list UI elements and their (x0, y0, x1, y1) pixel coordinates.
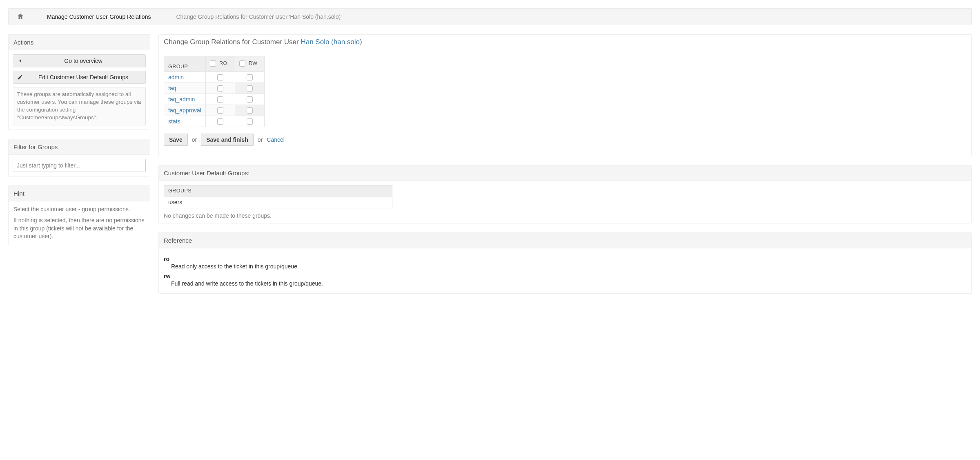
hint-line2: If nothing is selected, then there are n… (13, 217, 145, 241)
rw-checkbox[interactable] (247, 74, 253, 80)
rw-header-label: RW (249, 60, 258, 66)
hint-title: Hint (9, 186, 150, 201)
group-cell: admin (164, 72, 206, 83)
go-to-overview-label: Go to overview (25, 58, 141, 64)
filter-groups-input[interactable] (13, 159, 146, 172)
home-icon (17, 13, 24, 21)
table-row: users (164, 197, 392, 208)
actions-title: Actions (9, 35, 150, 50)
breadcrumb: Manage Customer User-Group Relations Cha… (8, 8, 972, 25)
rw-cell (235, 105, 264, 116)
or-text-1: or (192, 136, 197, 143)
change-relations-heading: Change Group Relations for Customer User… (159, 35, 971, 52)
or-text-2: or (258, 136, 263, 143)
go-to-overview-button[interactable]: Go to overview (13, 54, 146, 67)
table-row: faq_admin (164, 94, 265, 105)
group-cell: faq (164, 83, 206, 94)
actions-widget: Actions Go to overview Edit Customer Use… (8, 34, 150, 130)
filter-title: Filter for Groups (9, 139, 150, 155)
edit-icon (17, 74, 23, 80)
ro-header-label: RO (219, 60, 227, 66)
heading-user-link[interactable]: Han Solo (han.solo) (301, 38, 362, 46)
reference-panel: Reference roRead only access to the tick… (158, 232, 972, 294)
ro-cell (205, 83, 235, 94)
cancel-link[interactable]: Cancel (267, 136, 285, 143)
reference-desc: Full read and write access to the ticket… (171, 280, 967, 287)
hint-widget: Hint Select the customer user - group pe… (8, 185, 150, 245)
actions-note: These groups are automatically assigned … (13, 87, 146, 125)
rw-cell (235, 83, 264, 94)
default-groups-title: Customer User Default Groups: (159, 165, 971, 181)
breadcrumb-home[interactable] (9, 9, 32, 25)
default-groups-header: GROUPS (164, 185, 392, 197)
rw-cell (235, 116, 264, 127)
table-row: faq (164, 83, 265, 94)
rw-checkbox[interactable] (247, 118, 253, 125)
select-all-ro-checkbox[interactable] (210, 60, 216, 67)
group-link[interactable]: faq (168, 85, 176, 92)
change-relations-panel: Change Group Relations for Customer User… (158, 34, 972, 156)
breadcrumb-manage-relations[interactable]: Manage Customer User-Group Relations (32, 9, 161, 25)
rw-checkbox[interactable] (247, 96, 253, 103)
group-cell: faq_admin (164, 94, 206, 105)
reference-desc: Read only access to the ticket in this g… (171, 263, 967, 270)
rw-cell (235, 94, 264, 105)
group-link[interactable]: admin (168, 74, 184, 80)
ro-checkbox[interactable] (217, 85, 223, 92)
save-row: Save or Save and finish or Cancel (163, 134, 967, 152)
select-all-rw-checkbox[interactable] (239, 60, 245, 67)
permissions-table: GROUP RO RW (164, 56, 265, 127)
default-groups-note: No changes can be made to these groups. (164, 212, 967, 219)
edit-default-groups-button[interactable]: Edit Customer User Default Groups (13, 71, 146, 84)
group-link[interactable]: stats (168, 118, 180, 125)
reference-term: rw (164, 273, 967, 279)
default-group-cell: users (164, 197, 392, 208)
group-cell: faq_approval (164, 105, 206, 116)
ro-cell (205, 105, 235, 116)
reference-title: Reference (159, 233, 971, 248)
perm-col-ro: RO (205, 56, 235, 72)
chevron-left-icon (17, 58, 23, 64)
filter-widget: Filter for Groups (8, 139, 150, 176)
ro-cell (205, 94, 235, 105)
breadcrumb-current: Change Group Relations for Customer User… (161, 9, 352, 25)
rw-cell (235, 72, 264, 83)
rw-checkbox[interactable] (247, 107, 253, 114)
rw-checkbox[interactable] (247, 85, 253, 92)
ro-cell (205, 72, 235, 83)
table-row: stats (164, 116, 265, 127)
save-button[interactable]: Save (164, 134, 188, 146)
group-link[interactable]: faq_admin (168, 96, 195, 103)
default-groups-panel: Customer User Default Groups: GROUPS use… (158, 165, 972, 223)
ro-checkbox[interactable] (217, 118, 223, 125)
ro-checkbox[interactable] (217, 96, 223, 103)
heading-prefix: Change Group Relations for Customer User (164, 38, 299, 46)
table-row: faq_approval (164, 105, 265, 116)
edit-default-groups-label: Edit Customer User Default Groups (25, 74, 141, 80)
ro-cell (205, 116, 235, 127)
hint-line1: Select the customer user - group permiss… (13, 205, 145, 214)
default-groups-table: GROUPS users (164, 185, 392, 208)
perm-col-group: GROUP (164, 56, 206, 72)
ro-checkbox[interactable] (217, 74, 223, 80)
group-link[interactable]: faq_approval (168, 107, 201, 114)
table-row: admin (164, 72, 265, 83)
ro-checkbox[interactable] (217, 107, 223, 114)
group-cell: stats (164, 116, 206, 127)
save-and-finish-button[interactable]: Save and finish (201, 134, 254, 146)
perm-col-rw: RW (235, 56, 264, 72)
reference-term: ro (164, 256, 967, 262)
